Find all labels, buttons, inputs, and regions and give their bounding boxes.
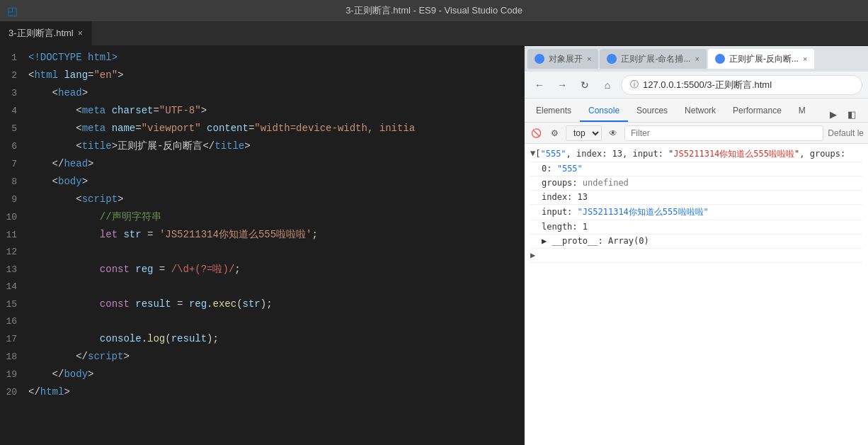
browser-tab-label: 正则扩展-命名捕...: [621, 53, 690, 65]
filter-toggle-button[interactable]: ⚙: [547, 126, 561, 140]
code-line: 13 const reg = /\d+(?=啦)/;: [0, 261, 524, 278]
browser-toolbar: ← → ↻ ⌂ ⓘ 127.0.0.1:5500/3-正则断言.html: [525, 72, 868, 98]
code-line: 10 //声明字符串: [0, 208, 524, 226]
line-number: 10: [0, 209, 28, 226]
back-button[interactable]: ←: [530, 76, 549, 94]
clear-console-button[interactable]: 🚫: [529, 126, 543, 140]
console-item: groups: undefined: [530, 176, 862, 191]
code-line: 7 </head>: [0, 155, 524, 173]
code-line: 3 <head>: [0, 84, 524, 102]
browser-tab[interactable]: 正则扩展-命名捕...×: [600, 49, 706, 69]
line-content: <head>: [28, 84, 88, 101]
line-number: 15: [0, 296, 28, 313]
eye-icon[interactable]: 👁: [606, 126, 620, 140]
line-content: <!DOCTYPE html>: [28, 49, 118, 66]
code-editor: 1<!DOCTYPE html>2<html lang="en">3 <head…: [0, 46, 524, 445]
console-item: 0: "555": [530, 162, 862, 176]
line-content: <meta name="viewport" content="width=dev…: [28, 120, 415, 137]
line-number: 17: [0, 331, 28, 348]
console-text: ["555", index: 13, input: "JS5211314你知道么…: [535, 148, 862, 160]
window-title: 3-正则断言.html - ES9 - Visual Studio Code: [346, 4, 522, 17]
console-item: index: 13: [530, 191, 862, 205]
browser-tab[interactable]: 对象展开×: [527, 49, 598, 69]
devtools-tab[interactable]: Performance: [724, 101, 790, 122]
vscode-icon: ◰: [7, 4, 18, 18]
devtools-tab[interactable]: Sources: [628, 101, 676, 122]
line-content: </body>: [28, 366, 93, 383]
favicon-icon: [535, 54, 544, 64]
devtools-inspect-icon[interactable]: ▶: [826, 106, 841, 122]
code-line: 1<!DOCTYPE html>: [0, 49, 524, 67]
address-bar[interactable]: ⓘ 127.0.0.1:5500/3-正则断言.html: [621, 75, 862, 95]
console-item: length: 1: [530, 220, 862, 235]
forward-button[interactable]: →: [553, 76, 571, 94]
filter-input[interactable]: [624, 125, 823, 141]
console-item-text: index: 13: [542, 192, 862, 202]
tab-close-icon[interactable]: ×: [78, 28, 83, 38]
line-number: 2: [0, 67, 28, 84]
line-content: //声明字符串: [28, 208, 161, 225]
code-line: 16: [0, 313, 524, 330]
line-content: const reg = /\d+(?=啦)/;: [28, 261, 241, 278]
line-number: 20: [0, 384, 28, 401]
url-text: 127.0.0.1:5500/3-正则断言.html: [643, 79, 772, 91]
devtools-device-icon[interactable]: ◧: [844, 106, 860, 122]
editor-tab-bar: 3-正则断言.html ×: [0, 21, 868, 46]
line-number: 11: [0, 227, 28, 244]
browser-tab-close-icon[interactable]: ×: [803, 55, 807, 63]
reload-button[interactable]: ↻: [576, 76, 594, 94]
line-content: let str = 'JS5211314你知道么555啦啦啦';: [28, 226, 318, 243]
line-number: 1: [0, 50, 28, 67]
browser-tab[interactable]: 正则扩展-反向断...×: [708, 49, 814, 69]
browser-tab-close-icon[interactable]: ×: [587, 55, 591, 63]
line-content: <meta charset="UTF-8">: [28, 102, 207, 119]
console-item: input: "JS5211314你知道么555啦啦啦": [530, 205, 862, 220]
devtools-tab[interactable]: Network: [676, 101, 724, 122]
code-line: 6 <title>正则扩展-反向断言</title>: [0, 137, 524, 155]
line-number: 19: [0, 366, 28, 383]
code-line: 5 <meta name="viewport" content="width=d…: [0, 120, 524, 137]
line-number: 5: [0, 120, 28, 137]
code-line: 20</html>: [0, 383, 524, 401]
line-number: 13: [0, 261, 28, 278]
code-line: 8 <body>: [0, 173, 524, 191]
browser-tab-label: 正则扩展-反向断...: [729, 53, 799, 65]
line-number: 16: [0, 313, 28, 330]
console-item-text: input: "JS5211314你知道么555啦啦啦": [542, 206, 862, 218]
devtools-tab[interactable]: Elements: [527, 101, 580, 122]
code-line: 12: [0, 244, 524, 261]
devtools-toolbar: 🚫 ⚙ top 👁 Default le: [525, 123, 868, 144]
line-content: console.log(result);: [28, 330, 219, 347]
code-line: 18 </script>: [0, 348, 524, 366]
favicon-icon: [715, 54, 725, 64]
expand-icon[interactable]: ▼: [530, 148, 535, 158]
devtools-icons: ▶ ◧: [826, 106, 865, 122]
line-content: <script>: [28, 191, 123, 208]
code-line: 11 let str = 'JS5211314你知道么555啦啦啦';: [0, 226, 524, 244]
console-item-text: 0: "555": [542, 164, 862, 174]
line-number: 8: [0, 174, 28, 191]
devtools-tab-bar: ElementsConsoleSourcesNetworkPerformance…: [525, 98, 868, 123]
console-item-text: ▶ __proto__: Array(0): [542, 236, 862, 246]
home-button[interactable]: ⌂: [598, 76, 617, 94]
code-line: 15 const result = reg.exec(str);: [0, 295, 524, 313]
line-content: </html>: [28, 383, 70, 400]
context-select[interactable]: top: [566, 125, 602, 141]
line-number: 9: [0, 191, 28, 208]
browser-tab-bar: 对象展开×正则扩展-命名捕...×正则扩展-反向断...×: [525, 46, 868, 72]
console-output: ▼ ["555", index: 13, input: "JS5211314你知…: [525, 144, 868, 445]
code-line: 9 <script>: [0, 191, 524, 208]
editor-tab[interactable]: 3-正则断言.html ×: [0, 21, 92, 46]
line-number: 18: [0, 349, 28, 366]
line-number: 4: [0, 103, 28, 120]
devtools-tab[interactable]: Console: [580, 101, 628, 122]
tab-label: 3-正则断言.html: [8, 27, 74, 40]
collapse-icon[interactable]: ▶: [530, 250, 535, 260]
code-line: 4 <meta charset="UTF-8">: [0, 102, 524, 120]
favicon-icon: [607, 54, 617, 64]
devtools-panel: ElementsConsoleSourcesNetworkPerformance…: [525, 98, 868, 445]
browser-tab-close-icon[interactable]: ×: [695, 55, 699, 63]
devtools-tab[interactable]: M: [790, 101, 814, 122]
code-line: 14: [0, 278, 524, 295]
line-number: 12: [0, 244, 28, 261]
